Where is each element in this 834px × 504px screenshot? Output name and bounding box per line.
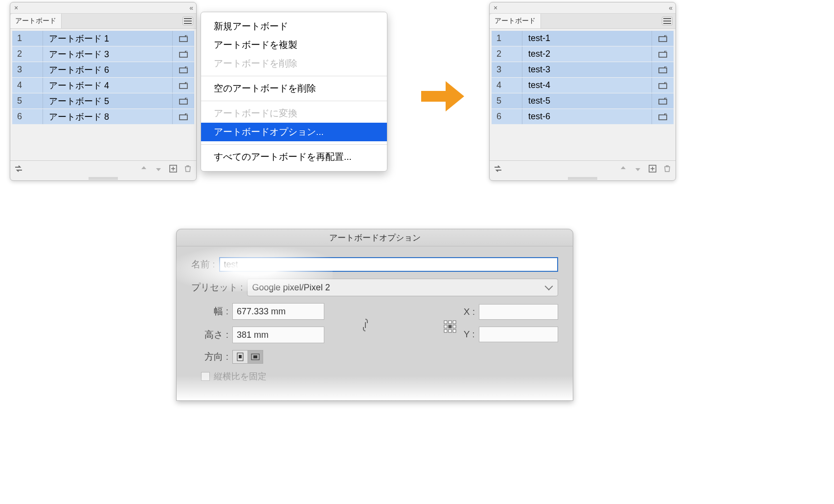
height-label: 高さ : [201, 329, 228, 341]
svg-rect-11 [659, 99, 667, 104]
delete-icon[interactable] [663, 164, 672, 173]
tab-artboards[interactable]: アートボード [10, 14, 62, 28]
panel-menu-button[interactable] [662, 17, 673, 25]
svg-rect-9 [659, 68, 667, 73]
add-icon[interactable] [648, 164, 657, 173]
panel-titlebar[interactable]: × « [10, 2, 196, 14]
row-name[interactable]: アートボード 5 [43, 93, 173, 109]
artboard-row[interactable]: 1test-1 [492, 31, 674, 46]
delete-icon[interactable] [183, 164, 192, 173]
row-name[interactable]: test-4 [522, 78, 652, 93]
move-down-icon[interactable] [154, 164, 163, 173]
width-input[interactable]: 677.333 mm [232, 303, 324, 320]
y-input[interactable] [479, 327, 558, 342]
artboard-row[interactable]: 1アートボード 1 [12, 31, 194, 46]
row-name[interactable]: アートボード 1 [43, 31, 173, 46]
orientation-toggle[interactable] [232, 350, 263, 364]
tab-artboards[interactable]: アートボード [490, 14, 541, 28]
row-name[interactable]: test-3 [522, 62, 652, 77]
orientation-icon[interactable] [652, 78, 674, 93]
artboard-row[interactable]: 2アートボード 3 [12, 46, 194, 62]
row-name[interactable]: アートボード 4 [43, 78, 173, 93]
preset-label: プリセット : [191, 281, 243, 294]
row-name[interactable]: アートボード 6 [43, 62, 173, 77]
svg-rect-22 [453, 329, 456, 332]
orientation-icon[interactable] [173, 46, 194, 62]
preset-select[interactable]: Google pixel/Pixel 2 [247, 279, 558, 296]
orientation-icon[interactable] [173, 109, 194, 124]
close-icon[interactable]: × [14, 4, 18, 11]
close-icon[interactable]: × [494, 4, 497, 11]
menu-delete-empty[interactable]: 空のアートボードを削除 [201, 79, 387, 98]
menu-delete-artboard: アートボードを削除 [201, 54, 387, 73]
reference-point-grid-icon[interactable] [443, 320, 457, 333]
artboard-row[interactable]: 3test-3 [492, 62, 674, 77]
row-index: 4 [492, 78, 522, 93]
row-name[interactable]: test-1 [522, 31, 652, 46]
row-name[interactable]: アートボード 3 [43, 46, 173, 62]
artboard-row[interactable]: 6test-6 [492, 109, 674, 124]
orientation-icon[interactable] [652, 93, 674, 109]
artboard-row[interactable]: 5アートボード 5 [12, 93, 194, 109]
orientation-icon[interactable] [652, 62, 674, 77]
row-index: 2 [492, 46, 522, 62]
svg-rect-1 [180, 52, 187, 57]
row-name[interactable]: test-2 [522, 46, 652, 62]
orientation-landscape-icon[interactable] [248, 351, 263, 363]
menu-rearrange-all[interactable]: すべてのアートボードを再配置... [201, 148, 387, 166]
menu-duplicate-artboard[interactable]: アートボードを複製 [201, 36, 387, 54]
collapse-icon[interactable]: « [189, 4, 192, 11]
artboard-list: 1test-12test-23test-34test-45test-56test… [490, 29, 676, 160]
svg-rect-14 [444, 321, 447, 324]
svg-rect-21 [449, 329, 451, 332]
svg-rect-16 [453, 321, 456, 324]
orientation-label: 方向 : [201, 351, 228, 363]
panel-tabs: アートボード [490, 14, 676, 29]
move-down-icon[interactable] [633, 164, 642, 173]
artboard-row[interactable]: 3アートボード 6 [12, 62, 194, 77]
artboard-row[interactable]: 4test-4 [492, 78, 674, 93]
artboard-row[interactable]: 5test-5 [492, 93, 674, 109]
artboard-list: 1アートボード 12アートボード 33アートボード 64アートボード 45アート… [10, 29, 196, 160]
row-index: 2 [12, 46, 43, 62]
panel-titlebar[interactable]: × « [490, 2, 676, 14]
artboard-row[interactable]: 6アートボード 8 [12, 109, 194, 124]
dialog-titlebar[interactable]: アートボードオプション [177, 229, 573, 246]
lock-aspect-row[interactable]: 縦横比を固定 [201, 371, 558, 382]
panel-menu-button[interactable] [182, 17, 193, 25]
menu-new-artboard[interactable]: 新規アートボード [201, 17, 387, 36]
orientation-portrait-icon[interactable] [233, 351, 248, 363]
move-up-icon[interactable] [619, 164, 628, 173]
row-index: 6 [12, 109, 43, 124]
artboard-row[interactable]: 4アートボード 4 [12, 78, 194, 93]
orientation-icon[interactable] [652, 109, 674, 124]
orientation-icon[interactable] [173, 78, 194, 93]
collapse-icon[interactable]: « [669, 4, 672, 11]
row-index: 5 [12, 93, 43, 109]
checkbox-icon[interactable] [201, 372, 210, 381]
swap-icon[interactable] [14, 164, 23, 173]
height-input[interactable]: 381 mm [232, 327, 324, 343]
orientation-icon[interactable] [652, 31, 674, 46]
orientation-icon[interactable] [173, 62, 194, 77]
swap-icon[interactable] [494, 164, 502, 173]
move-up-icon[interactable] [139, 164, 148, 173]
link-icon[interactable] [361, 316, 369, 337]
arrow-icon [418, 77, 467, 117]
orientation-icon[interactable] [652, 46, 674, 62]
resize-grip[interactable] [10, 176, 196, 180]
name-input[interactable] [219, 257, 558, 272]
menu-artboard-options[interactable]: アートボードオプション... [201, 123, 387, 141]
row-name[interactable]: test-5 [522, 93, 652, 109]
row-name[interactable]: test-6 [522, 109, 652, 124]
svg-rect-17 [444, 325, 447, 328]
x-input[interactable] [479, 304, 558, 320]
orientation-icon[interactable] [173, 31, 194, 46]
orientation-icon[interactable] [173, 93, 194, 109]
artboard-row[interactable]: 2test-2 [492, 46, 674, 62]
row-name[interactable]: アートボード 8 [43, 109, 173, 124]
menu-separator [201, 76, 387, 76]
row-index: 3 [12, 62, 43, 77]
add-icon[interactable] [169, 164, 178, 173]
resize-grip[interactable] [490, 176, 676, 180]
